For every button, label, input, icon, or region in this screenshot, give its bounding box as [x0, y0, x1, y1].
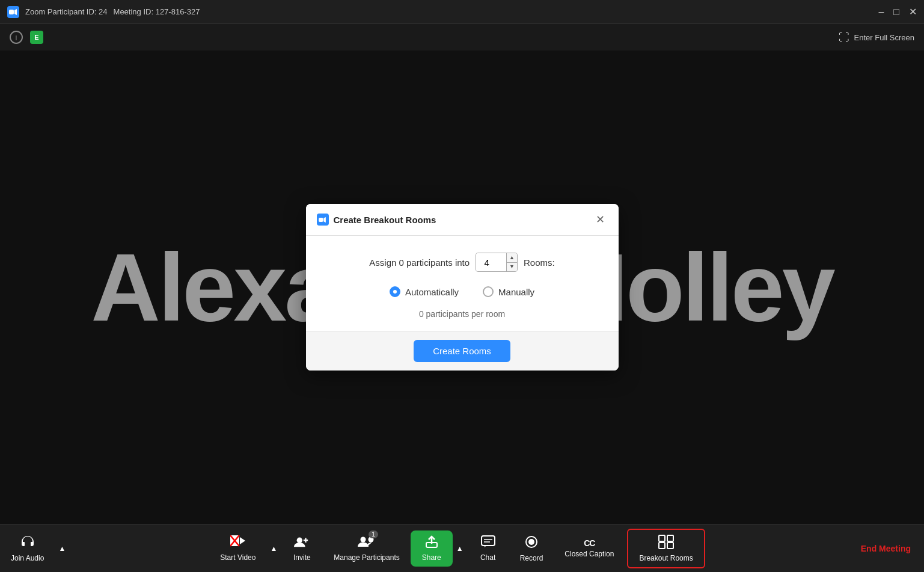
svg-marker-7	[240, 537, 245, 544]
record-button[interactable]: Record	[509, 530, 554, 567]
rooms-suffix-label: Rooms:	[524, 257, 555, 268]
start-video-arrow-button[interactable]: ▲	[266, 524, 281, 573]
svg-rect-19	[659, 535, 665, 541]
modal-title: Create Breakout Rooms	[334, 215, 436, 225]
minimize-button[interactable]: –	[878, 7, 884, 17]
svg-rect-20	[667, 535, 673, 541]
breakout-rooms-wrapper: Breakout Rooms	[627, 529, 705, 568]
assign-label: Assign 0 participants into	[369, 257, 470, 268]
chat-icon	[481, 535, 495, 551]
modal-zoom-icon	[317, 214, 329, 226]
breakout-rooms-icon	[658, 535, 674, 552]
start-video-label: Start Video	[220, 553, 255, 562]
spin-down-button[interactable]: ▼	[507, 263, 517, 272]
modal-header: Create Breakout Rooms ✕	[306, 204, 619, 236]
automatically-radio[interactable]	[390, 286, 400, 297]
chat-label: Chat	[480, 553, 495, 562]
start-video-group: Start Video ▲	[209, 524, 281, 573]
info-icon[interactable]: i	[10, 31, 23, 44]
top-bar: i E ⛶ Enter Full Screen	[0, 24, 924, 51]
svg-rect-2	[319, 217, 323, 221]
manage-participants-button[interactable]: 1 Manage Participants	[323, 530, 410, 567]
start-video-icon	[230, 535, 246, 551]
share-label: Share	[422, 553, 441, 562]
svg-point-11	[361, 537, 366, 542]
invite-label: Invite	[293, 553, 311, 562]
modal-body: Assign 0 participants into ▲ ▼ Rooms:	[306, 236, 619, 331]
share-button[interactable]: Share	[411, 530, 453, 567]
breakout-rooms-button[interactable]: Breakout Rooms	[628, 530, 703, 567]
chat-button[interactable]: Chat	[467, 530, 509, 567]
spin-up-button[interactable]: ▲	[507, 253, 517, 263]
breakout-rooms-label: Breakout Rooms	[639, 554, 693, 562]
invite-button[interactable]: Invite	[281, 530, 323, 567]
create-breakout-rooms-dialog: Create Breakout Rooms ✕ Assign 0 partici…	[306, 204, 619, 371]
record-icon	[524, 535, 539, 552]
fullscreen-button[interactable]: ⛶ Enter Full Screen	[839, 31, 914, 44]
closed-caption-label: Closed Caption	[564, 550, 614, 558]
svg-marker-3	[323, 217, 326, 223]
closed-caption-button[interactable]: CC Closed Caption	[554, 534, 625, 563]
manually-radio[interactable]	[483, 286, 494, 297]
assignment-method-row: Automatically Manually	[320, 286, 604, 297]
chevron-up-icon-video: ▲	[270, 544, 277, 553]
zoom-logo-icon	[7, 6, 19, 18]
manage-participants-icon: 1	[358, 535, 376, 551]
automatically-option[interactable]: Automatically	[390, 286, 459, 297]
svg-rect-14	[482, 536, 495, 546]
join-audio-button[interactable]: Join Audio	[0, 530, 55, 567]
start-video-button[interactable]: Start Video	[209, 530, 266, 567]
close-button[interactable]: ✕	[909, 7, 917, 17]
share-icon	[425, 535, 438, 551]
assign-row: Assign 0 participants into ▲ ▼ Rooms:	[320, 253, 604, 272]
create-rooms-button[interactable]: Create Rooms	[414, 340, 510, 362]
manually-label: Manually	[498, 287, 534, 297]
join-audio-label: Join Audio	[11, 554, 44, 562]
toolbar-center: Start Video ▲ Invite	[69, 524, 847, 573]
svg-rect-21	[659, 543, 665, 549]
modal-overlay: Create Breakout Rooms ✕ Assign 0 partici…	[0, 51, 924, 524]
end-meeting-button[interactable]: End Meeting	[848, 524, 924, 573]
modal-title-row: Create Breakout Rooms	[317, 214, 436, 226]
svg-point-8	[297, 537, 302, 543]
participant-id-label: Zoom Participant ID: 24	[25, 7, 108, 16]
window-controls: – □ ✕	[878, 7, 917, 17]
invite-icon	[294, 535, 310, 551]
rooms-count-input[interactable]	[476, 253, 506, 271]
top-bar-left: i E	[10, 31, 43, 44]
toolbar-right: End Meeting	[848, 524, 924, 573]
join-audio-arrow-button[interactable]: ▲	[55, 524, 69, 573]
share-arrow-button[interactable]: ▲	[453, 524, 467, 573]
title-bar: Zoom Participant ID: 24 Meeting ID: 127-…	[0, 0, 924, 24]
toolbar-left: Join Audio ▲	[0, 524, 69, 573]
title-bar-right: – □ ✕	[878, 7, 917, 17]
meeting-id-label: Meeting ID: 127-816-327	[114, 7, 200, 16]
shield-badge[interactable]: E	[30, 31, 43, 44]
automatically-label: Automatically	[405, 287, 459, 297]
modal-footer: Create Rooms	[306, 331, 619, 371]
spinner-buttons: ▲ ▼	[506, 253, 517, 271]
share-group: Share ▲	[411, 524, 467, 573]
svg-rect-22	[667, 543, 673, 549]
closed-caption-icon: CC	[584, 539, 595, 547]
title-bar-left: Zoom Participant ID: 24 Meeting ID: 127-…	[7, 6, 200, 18]
chevron-up-icon-share: ▲	[456, 544, 464, 553]
record-label: Record	[520, 554, 543, 562]
main-video-area: Alexandra Holley Create Breakout Rooms ✕…	[0, 51, 924, 524]
modal-close-button[interactable]: ✕	[593, 212, 608, 227]
fullscreen-icon: ⛶	[839, 31, 849, 44]
join-audio-icon	[20, 535, 35, 552]
manage-participants-label: Manage Participants	[334, 553, 399, 562]
svg-marker-1	[14, 9, 17, 15]
manually-option[interactable]: Manually	[483, 286, 534, 297]
svg-rect-0	[9, 10, 14, 14]
participants-count-badge: 1	[369, 530, 378, 538]
chevron-up-icon: ▲	[58, 544, 66, 553]
maximize-button[interactable]: □	[893, 7, 899, 17]
participants-per-room-label: 0 participants per room	[320, 309, 604, 319]
svg-point-18	[528, 539, 534, 545]
rooms-input-wrapper: ▲ ▼	[476, 253, 518, 272]
bottom-toolbar: Join Audio ▲ Start Video ▲	[0, 524, 924, 572]
